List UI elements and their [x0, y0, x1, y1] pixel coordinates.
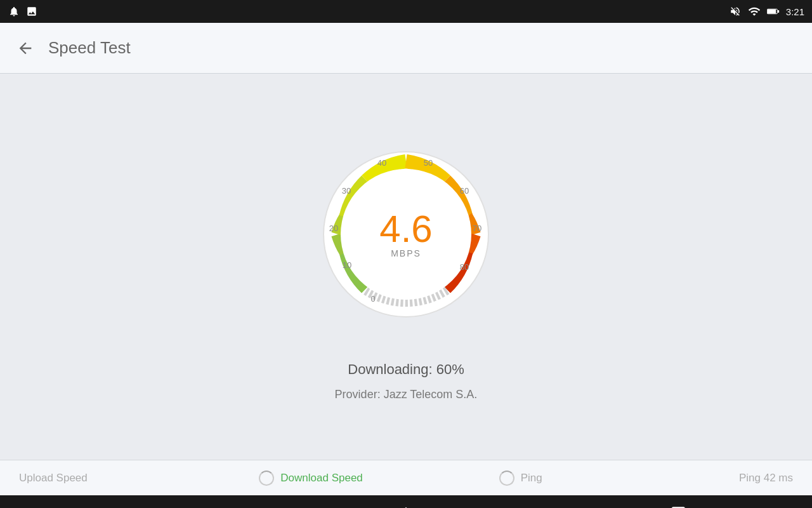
image-icon [25, 5, 38, 18]
svg-text:70: 70 [473, 224, 481, 233]
nav-recent-button[interactable] [658, 502, 696, 508]
speed-value: 4.6 [379, 210, 432, 248]
wifi-icon [748, 5, 761, 18]
svg-text:10: 10 [343, 260, 351, 270]
upload-item: Upload Speed [19, 472, 259, 485]
svg-rect-1 [777, 10, 779, 13]
app-bar: Speed Test [0, 23, 812, 74]
mute-icon [729, 5, 742, 18]
back-button[interactable] [13, 36, 38, 61]
download-spinner-icon [259, 471, 274, 486]
nav-bar [0, 495, 812, 508]
status-time: 3:21 [786, 6, 804, 17]
main-content: 0 10 20 30 40 50 60 70 80 4.6 MBPS Downl… [0, 74, 812, 460]
download-item: Download Speed [259, 471, 499, 486]
svg-text:80: 80 [460, 262, 469, 272]
ping-value-text: Ping 42 ms [739, 472, 793, 484]
speedometer: 0 10 20 30 40 50 60 70 80 4.6 MBPS [304, 133, 508, 336]
notification-icon [8, 5, 20, 18]
ping-spinner-icon [499, 471, 514, 486]
nav-home-button[interactable] [387, 502, 425, 508]
svg-rect-3 [768, 10, 776, 14]
speed-display: 4.6 MBPS [379, 210, 432, 258]
bottom-bar: Upload Speed Download Speed Ping Ping 42… [0, 460, 812, 495]
status-bar-left [8, 5, 38, 18]
download-speed-label: Download Speed [280, 472, 362, 485]
ping-value: Ping 42 ms [739, 472, 793, 485]
page-title: Speed Test [48, 38, 131, 58]
svg-text:40: 40 [377, 158, 386, 168]
svg-text:0: 0 [370, 294, 375, 304]
ping-label: Ping [521, 472, 542, 485]
svg-text:50: 50 [424, 158, 433, 168]
svg-text:60: 60 [460, 186, 469, 196]
upload-speed-label: Upload Speed [19, 472, 88, 485]
battery-icon [767, 5, 780, 18]
nav-back-button[interactable] [116, 502, 154, 508]
status-bar: 3:21 [0, 0, 812, 23]
svg-text:30: 30 [342, 186, 351, 196]
svg-text:20: 20 [329, 224, 338, 233]
status-bar-right: 3:21 [729, 5, 804, 18]
downloading-status: Downloading: 60% [348, 361, 464, 378]
provider-text: Provider: Jazz Telecom S.A. [335, 388, 478, 401]
ping-item: Ping [499, 471, 739, 486]
